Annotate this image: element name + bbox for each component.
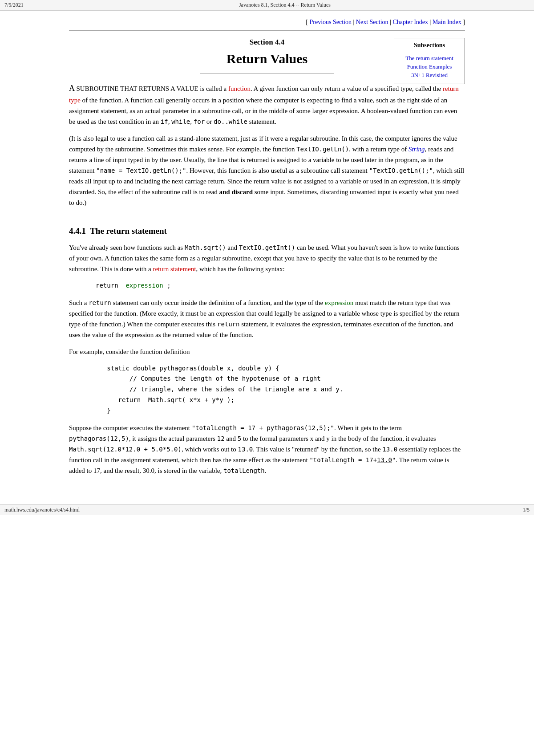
subsection-link-examples[interactable]: Function Examples (399, 63, 460, 70)
intro-paragraph-1: A SUBROUTINE THAT RETURNS A VALUE is cal… (69, 82, 465, 127)
code-example-block: static double pythagoras(double x, doubl… (96, 363, 465, 416)
math-sqrt-code: Math.sqrt() (185, 244, 226, 251)
footer-page: 1/5 (523, 507, 530, 513)
intro-small-caps: SUBROUTINE THAT RETURNS A VALUE (77, 85, 198, 92)
browser-date: 7/5/2021 (4, 2, 40, 8)
nav-next-section[interactable]: Next Section (356, 19, 388, 25)
content-area: Section 4.4 Return Values A SUBROUTINE T… (69, 38, 465, 482)
code-example-text: static double pythagoras(double x, doubl… (96, 365, 343, 414)
name-getln-code: "name = TextIO.getLn();" (96, 167, 186, 174)
result-13: 13.0 (238, 446, 253, 453)
subsection-1-heading: 4.4.1 The return statement (69, 226, 465, 236)
nav-previous-section[interactable]: Previous Section (310, 19, 352, 25)
return-code-inline1: return (89, 299, 111, 306)
browser-title: Javanotes 8.1, Section 4.4 -- Return Val… (40, 2, 530, 8)
code-for: for (194, 118, 205, 125)
return-statement-link[interactable]: return statement (153, 265, 196, 272)
code-if: if (161, 118, 168, 125)
main-content: Section 4.4 Return Values A SUBROUTINE T… (69, 38, 465, 482)
subsections-heading: Subsections (399, 42, 460, 51)
param-5: 5 (238, 435, 241, 442)
total-length-var: totalLength (223, 467, 265, 474)
code-dowhile: do..while (214, 118, 247, 125)
bold-and-discard: and discard (219, 188, 253, 195)
intro-first-letter: A (69, 84, 77, 93)
suppose-paragraph: Suppose the computer executes the statem… (69, 423, 465, 476)
total-length-result: "totalLength = 17+13.0" (309, 456, 396, 463)
intro-p2: . A given function can only return a val… (251, 85, 443, 92)
intro-paragraph-2: (It is also legal to use a function call… (69, 133, 465, 208)
browser-footer: math.hws.edu/javanotes/c4/s4.html 1/5 (0, 504, 534, 515)
browser-bar: 7/5/2021 Javanotes 8.1, Section 4.4 -- R… (0, 0, 534, 11)
textio-getln-standalone: "TextIO.getLn();" (369, 167, 433, 174)
nav-main-index[interactable]: Main Index (433, 19, 461, 25)
function-word: function (228, 85, 251, 92)
intro-p3: of the function. A function call general… (69, 97, 457, 125)
nav-chapter-index[interactable]: Chapter Index (392, 19, 428, 25)
pythagoras-call: pythagoras(12,5) (69, 435, 129, 442)
subsection-1-para2: Such a return statement can only occur i… (69, 297, 465, 340)
nav-bar: [ Previous Section | Next Section | Chap… (69, 15, 465, 31)
string-link[interactable]: String (409, 146, 425, 153)
syntax-code: return expression ; (96, 282, 171, 289)
subsection-link-3n1[interactable]: 3N+1 Revisited (399, 72, 460, 79)
math-sqrt-expr: Math.sqrt(12.0*12.0 + 5.0*5.0) (69, 446, 182, 453)
textio-getln-code: TextIO.getLn() (296, 146, 349, 153)
total-length-code: "totalLength = 17 + pythagoras(12,5);" (192, 424, 334, 431)
expression-word-inline: expression (325, 299, 353, 306)
syntax-code-block: return expression ; (96, 280, 465, 291)
subsection-link-return[interactable]: The return statement (399, 55, 460, 62)
title-divider (200, 73, 334, 74)
intro-p1: is called a (198, 85, 228, 92)
para-example-intro: For example, consider the function defin… (69, 346, 465, 357)
footer-url: math.hws.edu/javanotes/c4/s4.html (4, 507, 80, 513)
param-12: 12 (217, 435, 225, 442)
result-13-2: 13.0 (382, 446, 397, 453)
section-divider (200, 217, 334, 217)
subsections-box: Subsections The return statement Functio… (394, 38, 465, 84)
nav-prefix: [ (306, 19, 309, 25)
subsection-1-para1: You've already seen how functions such a… (69, 242, 465, 274)
page-container: [ Previous Section | Next Section | Chap… (56, 11, 478, 496)
nav-suffix: ] (463, 19, 465, 25)
code-while: while (171, 118, 190, 125)
textio-getint-code: TextIO.getInt() (239, 244, 295, 251)
return-code-inline2: return (217, 321, 240, 328)
